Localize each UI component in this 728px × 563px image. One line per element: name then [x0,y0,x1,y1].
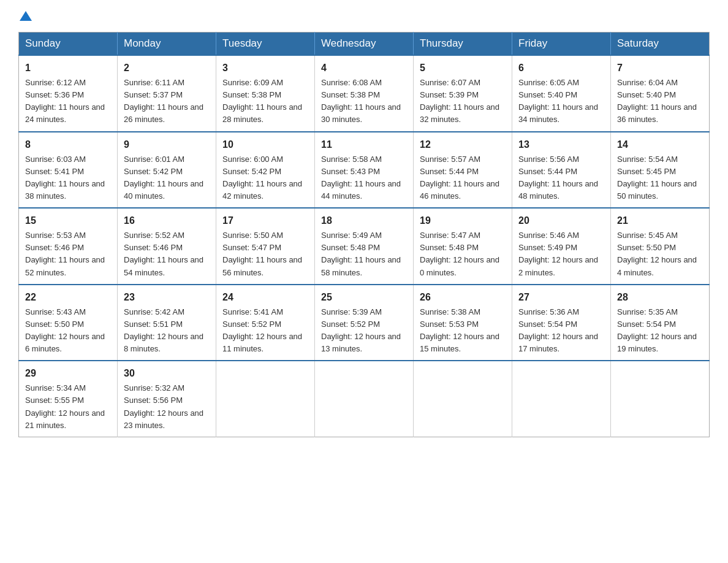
day-number: 27 [518,290,604,305]
calendar-week-row: 8Sunrise: 6:03 AMSunset: 5:41 PMDaylight… [19,132,710,209]
day-info: Sunrise: 6:03 AMSunset: 5:41 PMDaylight:… [25,153,111,203]
day-number: 29 [25,366,111,381]
day-info: Sunrise: 5:53 AMSunset: 5:46 PMDaylight:… [25,229,111,279]
calendar-day-cell [216,361,315,437]
calendar-day-cell: 22Sunrise: 5:43 AMSunset: 5:50 PMDayligh… [19,285,118,361]
day-number: 8 [25,137,111,152]
day-header-monday: Monday [118,33,216,56]
day-number: 4 [321,61,407,75]
day-info: Sunrise: 6:12 AMSunset: 5:36 PMDaylight:… [25,77,111,126]
day-header-tuesday: Tuesday [216,33,315,56]
calendar-day-cell: 17Sunrise: 5:50 AMSunset: 5:47 PMDayligh… [216,208,315,285]
calendar-day-cell: 10Sunrise: 6:00 AMSunset: 5:42 PMDayligh… [216,132,315,209]
day-number: 3 [222,61,308,75]
day-info: Sunrise: 6:00 AMSunset: 5:42 PMDaylight:… [222,153,308,203]
calendar-day-cell: 25Sunrise: 5:39 AMSunset: 5:52 PMDayligh… [315,285,414,361]
calendar-day-cell [414,361,512,437]
day-info: Sunrise: 5:52 AMSunset: 5:46 PMDaylight:… [124,229,210,279]
day-info: Sunrise: 6:09 AMSunset: 5:38 PMDaylight:… [222,77,308,126]
calendar-day-cell: 28Sunrise: 5:35 AMSunset: 5:54 PMDayligh… [611,285,710,361]
calendar-day-cell: 15Sunrise: 5:53 AMSunset: 5:46 PMDayligh… [19,208,118,285]
logo-triangle-icon [20,11,32,21]
day-number: 30 [124,366,210,381]
day-info: Sunrise: 5:45 AMSunset: 5:50 PMDaylight:… [617,229,703,279]
calendar-day-cell: 14Sunrise: 5:54 AMSunset: 5:45 PMDayligh… [611,132,710,209]
day-info: Sunrise: 5:47 AMSunset: 5:48 PMDaylight:… [420,229,506,279]
calendar-day-cell: 16Sunrise: 5:52 AMSunset: 5:46 PMDayligh… [118,208,216,285]
calendar-day-cell: 24Sunrise: 5:41 AMSunset: 5:52 PMDayligh… [216,285,315,361]
page-header [18,12,710,22]
day-number: 7 [617,61,703,75]
logo [18,12,32,22]
day-number: 2 [124,61,210,75]
calendar-day-cell: 19Sunrise: 5:47 AMSunset: 5:48 PMDayligh… [414,208,512,285]
day-headers-row: SundayMondayTuesdayWednesdayThursdayFrid… [19,33,710,56]
day-number: 13 [518,137,604,152]
calendar-day-cell [315,361,414,437]
day-header-sunday: Sunday [19,33,118,56]
day-number: 1 [25,61,111,75]
day-number: 26 [420,290,506,305]
day-number: 20 [518,213,604,228]
day-info: Sunrise: 5:32 AMSunset: 5:56 PMDaylight:… [124,382,210,432]
day-info: Sunrise: 5:43 AMSunset: 5:50 PMDaylight:… [25,306,111,356]
day-info: Sunrise: 5:38 AMSunset: 5:53 PMDaylight:… [420,306,506,356]
day-info: Sunrise: 5:46 AMSunset: 5:49 PMDaylight:… [518,229,604,279]
calendar-body: 1Sunrise: 6:12 AMSunset: 5:36 PMDaylight… [19,55,710,437]
calendar-day-cell: 18Sunrise: 5:49 AMSunset: 5:48 PMDayligh… [315,208,414,285]
day-info: Sunrise: 6:07 AMSunset: 5:39 PMDaylight:… [420,77,506,126]
day-info: Sunrise: 5:54 AMSunset: 5:45 PMDaylight:… [617,153,703,203]
day-info: Sunrise: 5:50 AMSunset: 5:47 PMDaylight:… [222,229,308,279]
day-number: 14 [617,137,703,152]
day-info: Sunrise: 5:42 AMSunset: 5:51 PMDaylight:… [124,306,210,356]
calendar-day-cell: 12Sunrise: 5:57 AMSunset: 5:44 PMDayligh… [414,132,512,209]
calendar-week-row: 1Sunrise: 6:12 AMSunset: 5:36 PMDaylight… [19,55,710,132]
day-info: Sunrise: 6:11 AMSunset: 5:37 PMDaylight:… [124,77,210,126]
calendar-day-cell: 2Sunrise: 6:11 AMSunset: 5:37 PMDaylight… [118,55,216,132]
calendar-day-cell: 7Sunrise: 6:04 AMSunset: 5:40 PMDaylight… [611,55,710,132]
calendar-day-cell [611,361,710,437]
calendar-day-cell: 27Sunrise: 5:36 AMSunset: 5:54 PMDayligh… [512,285,611,361]
day-number: 11 [321,137,407,152]
day-number: 15 [25,213,111,228]
calendar-day-cell: 13Sunrise: 5:56 AMSunset: 5:44 PMDayligh… [512,132,611,209]
calendar-day-cell: 21Sunrise: 5:45 AMSunset: 5:50 PMDayligh… [611,208,710,285]
calendar-header: SundayMondayTuesdayWednesdayThursdayFrid… [19,33,710,56]
calendar-week-row: 22Sunrise: 5:43 AMSunset: 5:50 PMDayligh… [19,285,710,361]
day-header-thursday: Thursday [414,33,512,56]
calendar-day-cell: 6Sunrise: 6:05 AMSunset: 5:40 PMDaylight… [512,55,611,132]
calendar-day-cell: 23Sunrise: 5:42 AMSunset: 5:51 PMDayligh… [118,285,216,361]
day-info: Sunrise: 5:57 AMSunset: 5:44 PMDaylight:… [420,153,506,203]
day-number: 5 [420,61,506,75]
day-number: 28 [617,290,703,305]
day-number: 18 [321,213,407,228]
day-number: 17 [222,213,308,228]
calendar-week-row: 15Sunrise: 5:53 AMSunset: 5:46 PMDayligh… [19,208,710,285]
day-number: 12 [420,137,506,152]
calendar-day-cell: 5Sunrise: 6:07 AMSunset: 5:39 PMDaylight… [414,55,512,132]
day-header-wednesday: Wednesday [315,33,414,56]
day-info: Sunrise: 6:01 AMSunset: 5:42 PMDaylight:… [124,153,210,203]
day-info: Sunrise: 6:04 AMSunset: 5:40 PMDaylight:… [617,77,703,126]
day-header-friday: Friday [512,33,611,56]
calendar-week-row: 29Sunrise: 5:34 AMSunset: 5:55 PMDayligh… [19,361,710,437]
day-info: Sunrise: 6:05 AMSunset: 5:40 PMDaylight:… [518,77,604,126]
calendar-day-cell: 29Sunrise: 5:34 AMSunset: 5:55 PMDayligh… [19,361,118,437]
day-info: Sunrise: 5:39 AMSunset: 5:52 PMDaylight:… [321,306,407,356]
day-info: Sunrise: 5:49 AMSunset: 5:48 PMDaylight:… [321,229,407,279]
calendar-day-cell: 9Sunrise: 6:01 AMSunset: 5:42 PMDaylight… [118,132,216,209]
calendar-day-cell: 3Sunrise: 6:09 AMSunset: 5:38 PMDaylight… [216,55,315,132]
day-number: 10 [222,137,308,152]
day-info: Sunrise: 5:56 AMSunset: 5:44 PMDaylight:… [518,153,604,203]
day-header-saturday: Saturday [611,33,710,56]
day-info: Sunrise: 5:58 AMSunset: 5:43 PMDaylight:… [321,153,407,203]
calendar-day-cell: 4Sunrise: 6:08 AMSunset: 5:38 PMDaylight… [315,55,414,132]
day-number: 24 [222,290,308,305]
day-info: Sunrise: 5:41 AMSunset: 5:52 PMDaylight:… [222,306,308,356]
day-number: 23 [124,290,210,305]
day-info: Sunrise: 5:36 AMSunset: 5:54 PMDaylight:… [518,306,604,356]
calendar-day-cell [512,361,611,437]
day-info: Sunrise: 6:08 AMSunset: 5:38 PMDaylight:… [321,77,407,126]
day-info: Sunrise: 5:35 AMSunset: 5:54 PMDaylight:… [617,306,703,356]
calendar-day-cell: 11Sunrise: 5:58 AMSunset: 5:43 PMDayligh… [315,132,414,209]
